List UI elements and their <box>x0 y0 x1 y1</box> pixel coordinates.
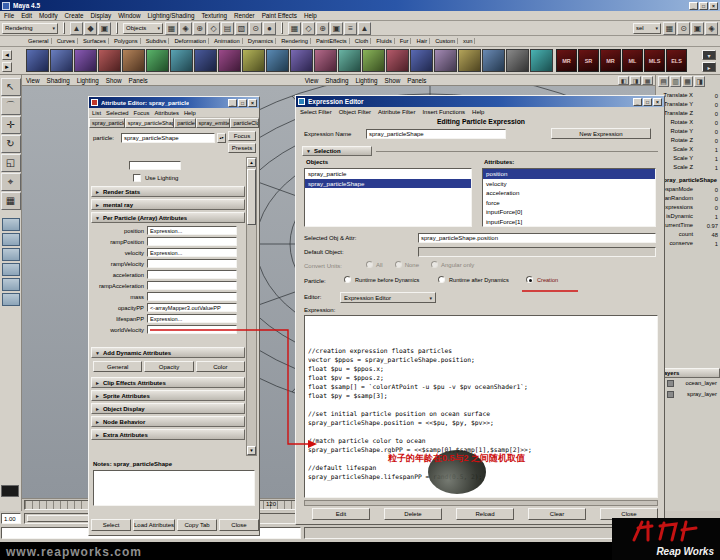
shelf-item-12[interactable] <box>290 49 313 72</box>
menu-item[interactable]: Focus <box>134 110 150 116</box>
shelf-tab[interactable]: Custom <box>433 38 458 44</box>
shelf-item-8[interactable] <box>194 49 217 72</box>
menu-item[interactable]: Select Filter <box>300 109 332 115</box>
new-expression-button[interactable]: New Expression <box>551 128 651 139</box>
section-per-particle[interactable]: ▼ Per Particle (Array) Attributes <box>91 212 245 223</box>
shelf-tab[interactable]: Fur <box>398 38 412 44</box>
channel-row[interactable]: expressions 0 <box>656 203 720 212</box>
mask-handles-icon[interactable]: ▦ <box>165 22 178 35</box>
minimize-icon[interactable]: _ <box>633 98 642 106</box>
panel-menu-item[interactable]: Show <box>106 77 122 84</box>
per-particle-field[interactable] <box>147 237 237 246</box>
make-live-icon[interactable]: ≡ <box>344 22 357 35</box>
dialog-button[interactable]: Reload <box>456 508 514 520</box>
channel-row[interactable]: Scale X 1 <box>656 145 720 154</box>
split-pane-icon[interactable]: ◨ <box>630 76 641 85</box>
channel-row[interactable]: Scale Z 1 <box>656 163 720 172</box>
channel-speed-icon[interactable]: ▥ <box>670 76 681 87</box>
menu-item[interactable]: Display <box>90 12 111 19</box>
grid-pane-icon[interactable]: ▦ <box>642 76 653 85</box>
per-particle-field[interactable] <box>147 259 237 268</box>
scrollbar-thumb[interactable] <box>247 169 256 225</box>
shelf-prev-icon[interactable]: ◄ <box>2 50 12 60</box>
layout-three-split[interactable] <box>2 278 20 291</box>
collapsed-section[interactable]: ► Extra Attributes <box>91 429 245 440</box>
layer-color-swatch[interactable] <box>667 380 674 387</box>
menu-item[interactable]: Render <box>234 12 255 19</box>
shelf-item-16[interactable] <box>386 49 409 72</box>
shelf-tab[interactable]: General <box>26 38 52 44</box>
quick-help-icon[interactable]: ◈ <box>705 22 718 35</box>
dialog-button[interactable]: Load Attributes <box>133 519 175 531</box>
shelf-item-22[interactable] <box>530 49 553 72</box>
expression-name-field[interactable]: spray_particleShape <box>366 129 506 139</box>
minimize-icon[interactable]: _ <box>689 2 698 10</box>
channel-row[interactable]: lifespanRandom 0 <box>656 194 720 203</box>
channel-row[interactable]: Scale Y 1 <box>656 154 720 163</box>
shelf-item-21[interactable] <box>506 49 529 72</box>
collapsed-section[interactable]: ► Clip Effects Attributes <box>91 377 245 388</box>
menu-item[interactable]: Insert Functions <box>422 109 465 115</box>
snap-to-curve-icon[interactable]: ◇ <box>302 22 315 35</box>
layout-two-side-by-side[interactable] <box>2 248 20 261</box>
panel-menu-item[interactable]: View <box>26 77 40 84</box>
node-cycle-icon[interactable]: ▴▾ <box>217 133 226 143</box>
editor-dropdown[interactable]: Expression Editor ▾ <box>340 292 436 303</box>
dialog-button[interactable]: Edit <box>312 508 370 520</box>
menu-set-selector[interactable]: Rendering ▾ <box>2 23 58 34</box>
attribute-editor-titlebar[interactable]: Attribute Editor: spray_particle _ □ × <box>89 97 259 108</box>
menu-item[interactable]: Lighting/Shading <box>148 12 195 19</box>
dialog-button[interactable]: Delete <box>384 508 442 520</box>
menu-item[interactable]: List <box>92 110 101 116</box>
per-particle-field[interactable] <box>147 270 237 279</box>
channel-row[interactable]: Translate X 0 <box>656 91 720 100</box>
expression-editor-titlebar[interactable]: Expression Editor _ □ × <box>296 96 664 107</box>
panel-menu-item[interactable]: View <box>305 77 319 84</box>
mask-joints-icon[interactable]: ◈ <box>179 22 192 35</box>
shelf-item-4[interactable] <box>98 49 121 72</box>
selection-section-header[interactable]: ▼ Selection <box>302 146 372 156</box>
node-tab[interactable]: particleClo <box>230 118 259 128</box>
convert-units-option[interactable]: Angular only <box>431 261 474 268</box>
selected-obj-attr-field[interactable]: spray_particleShape.position <box>418 233 656 243</box>
panel-menu-item[interactable]: Lighting <box>355 77 377 84</box>
add-attribute-button[interactable]: Color <box>196 361 245 372</box>
channel-layer-icon[interactable]: ▦ <box>682 76 693 87</box>
channel-row[interactable]: Translate Z 0 <box>656 109 720 118</box>
menu-item[interactable]: Help <box>304 12 317 19</box>
menu-item[interactable]: Object Filter <box>339 109 371 115</box>
menu-item[interactable]: Paint Effects <box>262 12 297 19</box>
add-attribute-button[interactable]: Opacity <box>144 361 193 372</box>
menu-item[interactable]: Selected <box>106 110 129 116</box>
channel-manip-icon[interactable]: ▤ <box>658 76 669 87</box>
scale-tool[interactable]: ◱ <box>1 154 21 172</box>
panel-menu-item[interactable]: Shading <box>47 77 70 84</box>
section-mental-ray[interactable]: ► mental ray <box>91 199 245 210</box>
menu-item[interactable]: Attribute Filter <box>378 109 415 115</box>
select-by-object-icon[interactable]: ◆ <box>84 22 97 35</box>
panel-menu-item[interactable]: Show <box>384 77 400 84</box>
maximize-icon[interactable]: □ <box>699 2 708 10</box>
convert-units-option[interactable]: None <box>395 261 419 268</box>
scroll-up-icon[interactable]: ▲ <box>247 158 256 167</box>
presets-button[interactable]: Presets <box>228 143 256 153</box>
menu-item[interactable]: Window <box>118 12 140 19</box>
shelf-mr-6[interactable]: ELS <box>666 49 687 72</box>
add-attribute-button[interactable]: General <box>93 361 142 372</box>
radio-runtime-before[interactable]: Runtime before Dynamics <box>344 276 419 283</box>
menu-item[interactable]: Create <box>65 12 84 19</box>
shelf-item-14[interactable] <box>338 49 361 72</box>
layout-two-stacked[interactable] <box>2 263 20 276</box>
minimize-icon[interactable]: _ <box>228 99 237 107</box>
menu-item[interactable]: File <box>4 12 14 19</box>
shelf-tab[interactable]: Surfaces <box>81 38 109 44</box>
panel-menu-item[interactable]: Panels <box>128 77 147 84</box>
rotate-tool[interactable]: ↻ <box>1 135 21 153</box>
close-icon[interactable]: × <box>709 2 718 10</box>
attributes-list-item[interactable]: velocity <box>483 179 655 189</box>
construction-history-icon[interactable]: ▲ <box>358 22 371 35</box>
shelf-tab[interactable]: PaintEffects <box>314 38 350 44</box>
range-start-field[interactable]: 1.00 <box>1 513 21 524</box>
node-name-field[interactable]: spray_particleShape <box>121 133 215 143</box>
shelf-item-1[interactable] <box>26 49 49 72</box>
